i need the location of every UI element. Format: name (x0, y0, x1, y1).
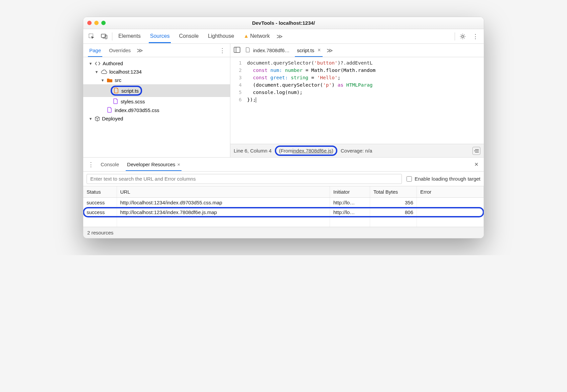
resources-filter-row: Enable loading through target (83, 172, 484, 186)
navigator-tab-page[interactable]: Page (85, 44, 105, 57)
file-icon (113, 98, 119, 104)
tree-label: styles.scss (121, 99, 145, 104)
disclosure-icon: ▼ (89, 62, 93, 66)
col-total-bytes[interactable]: Total Bytes (370, 186, 417, 198)
drawer-tab-console[interactable]: Console (97, 158, 123, 171)
file-tab-script[interactable]: script.ts × (294, 44, 324, 57)
checkbox[interactable] (407, 176, 412, 182)
svg-rect-2 (105, 35, 107, 39)
drawer-tab-label: Developer Resources (127, 162, 175, 167)
svg-rect-4 (234, 47, 240, 53)
close-tab-icon[interactable]: × (177, 162, 180, 167)
tree-label: Deployed (102, 116, 123, 121)
sources-main: Page Overrides ≫ ⋮ ▼ Authored ▼ localhos… (83, 44, 484, 158)
drawer: ⋮ Console Developer Resources× × Enable … (83, 158, 484, 238)
table-row[interactable]: success http://localhost:1234/index.7808… (83, 207, 484, 217)
line-gutter: 123456 (230, 57, 245, 144)
enable-target-checkbox[interactable]: Enable loading through target (407, 176, 480, 182)
file-tab-label: index.7808df6… (253, 47, 290, 53)
more-tabs-icon[interactable]: ≫ (276, 33, 283, 40)
drawer-tabs: ⋮ Console Developer Resources× × (83, 158, 484, 172)
warning-icon: ▲ (243, 33, 249, 39)
source-map-from: (From index.7808df6e.js) (275, 145, 337, 156)
file-tab-label: script.ts (297, 47, 314, 53)
more-file-tabs-icon[interactable]: ≫ (327, 47, 333, 54)
file-icon (114, 88, 119, 94)
source-map-link[interactable]: index.7808df6e.js (292, 148, 332, 154)
coverage-status: Coverage: n/a (341, 148, 372, 154)
cloud-icon (101, 70, 107, 74)
file-tree: ▼ Authored ▼ localhost:1234 ▼ src (83, 57, 230, 157)
col-initiator[interactable]: Initiator (330, 186, 370, 198)
col-url[interactable]: URL (117, 186, 330, 198)
editor-pane: index.7808df6… script.ts × ≫ 123456 docu… (230, 44, 484, 157)
checkbox-label: Enable loading through target (415, 176, 480, 182)
file-icon (107, 107, 113, 113)
table-row (83, 217, 484, 227)
tab-sources[interactable]: Sources (145, 30, 175, 43)
more-menu-icon[interactable]: ⋮ (470, 31, 480, 41)
top-tabs: Elements Sources Console Lighthouse ▲Net… (83, 29, 484, 44)
tab-network-label: Network (250, 33, 270, 39)
close-drawer-icon[interactable]: × (471, 159, 482, 170)
tree-label: script.ts (121, 88, 139, 94)
tree-label: src (115, 77, 121, 83)
drawer-more-icon[interactable]: ⋮ (85, 160, 97, 170)
editor-status-bar: Line 6, Column 4 (From index.7808df6e.js… (230, 144, 484, 157)
tree-node-script-ts[interactable]: script.ts (83, 84, 230, 97)
col-error[interactable]: Error (417, 186, 484, 198)
cube-icon (95, 116, 100, 121)
navigator-tabs: Page Overrides ≫ ⋮ (83, 44, 230, 57)
svg-point-3 (462, 35, 464, 37)
resources-search-input[interactable] (87, 174, 402, 184)
cursor-position: Line 6, Column 4 (234, 148, 271, 154)
settings-gear-icon[interactable] (458, 31, 468, 41)
tab-lighthouse[interactable]: Lighthouse (203, 30, 239, 43)
tree-label: localhost:1234 (109, 69, 142, 75)
navigator-more-icon[interactable]: ⋮ (217, 45, 228, 56)
resources-footer: 2 resources (83, 227, 484, 238)
file-icon (246, 47, 251, 53)
tree-node-authored[interactable]: ▼ Authored (83, 59, 230, 68)
sidebar-toggle-icon[interactable] (232, 45, 242, 55)
tree-label: Authored (103, 61, 123, 66)
navigator-more-tabs-icon[interactable]: ≫ (137, 47, 143, 54)
titlebar: DevTools - localhost:1234/ (83, 17, 484, 29)
tab-elements[interactable]: Elements (114, 30, 145, 43)
device-toolbar-icon[interactable] (99, 31, 109, 41)
drawer-tab-developer-resources[interactable]: Developer Resources× (123, 158, 184, 171)
divider (455, 32, 455, 40)
pretty-print-icon[interactable] (472, 147, 480, 155)
tab-network[interactable]: ▲Network (239, 30, 274, 43)
tree-node-index-css[interactable]: index.d9703d55.css (83, 106, 230, 114)
disclosure-icon: ▼ (101, 78, 105, 82)
col-status[interactable]: Status (83, 186, 117, 198)
disclosure-icon: ▼ (89, 117, 93, 121)
file-tabs: index.7808df6… script.ts × ≫ (230, 44, 484, 57)
tree-node-src[interactable]: ▼ src (83, 76, 230, 84)
table-row[interactable]: success http://localhost:1234/index.d970… (83, 198, 484, 208)
navigator-tab-overrides[interactable]: Overrides (105, 44, 135, 57)
code-content[interactable]: document.querySelector('button')?.addEve… (245, 57, 484, 144)
code-editor[interactable]: 123456 document.querySelector('button')?… (230, 57, 484, 144)
close-tab-icon[interactable]: × (318, 47, 321, 53)
tree-node-deployed[interactable]: ▼ Deployed (83, 114, 230, 123)
disclosure-icon: ▼ (95, 70, 99, 74)
inspect-element-icon[interactable] (87, 31, 97, 41)
tree-label: index.d9703d55.css (115, 107, 159, 113)
resources-table: Status URL Initiator Total Bytes Error s… (83, 186, 484, 227)
tree-node-styles-scss[interactable]: styles.scss (83, 97, 230, 106)
navigator-pane: Page Overrides ≫ ⋮ ▼ Authored ▼ localhos… (83, 44, 230, 157)
file-tab-index[interactable]: index.7808df6… (242, 44, 293, 57)
angle-brackets-icon (95, 61, 101, 66)
divider (112, 32, 112, 40)
tree-node-host[interactable]: ▼ localhost:1234 (83, 68, 230, 76)
devtools-window: DevTools - localhost:1234/ Elements Sour… (83, 17, 484, 238)
tab-console[interactable]: Console (174, 30, 203, 43)
folder-icon (107, 78, 113, 83)
window-title: DevTools - localhost:1234/ (83, 20, 484, 26)
